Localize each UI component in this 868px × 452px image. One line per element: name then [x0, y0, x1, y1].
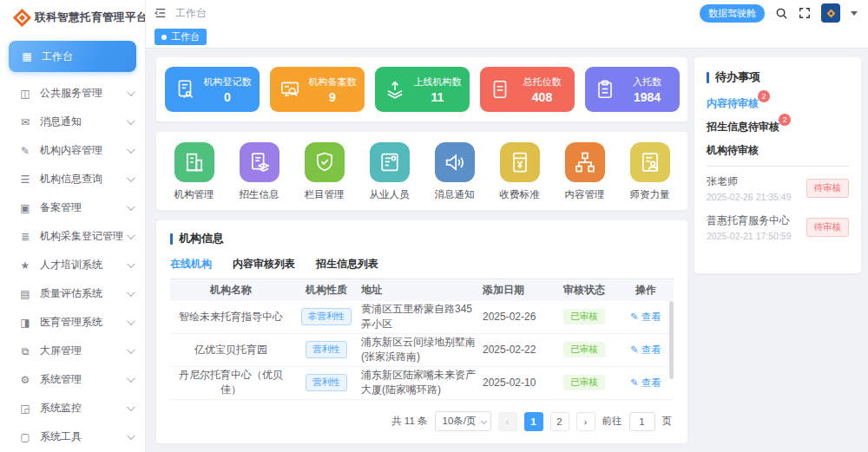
sidebar-item-org-content[interactable]: ✎ 机构内容管理 — [0, 136, 145, 165]
yen-invoice-icon — [508, 150, 532, 174]
org-type-badge: 营利性 — [306, 341, 347, 358]
todo-panel: 待办事项 内容待审核2 招生信息待审核2 机构待审核 张老师 2025-02-2… — [694, 57, 861, 273]
stat-card-total-slots[interactable]: 总托位数408 — [480, 67, 575, 112]
pending-review-button[interactable]: 待审核 — [806, 179, 850, 198]
stat-card-registered[interactable]: 机构登记数0 — [165, 67, 260, 112]
quick-action-practitioners[interactable]: 从业人员 — [359, 142, 420, 201]
chevron-down-icon — [127, 317, 135, 325]
chevron-down-icon — [127, 374, 135, 383]
page-size-select[interactable]: 10条/页 — [435, 411, 491, 431]
chevron-down-icon — [127, 145, 135, 154]
status-badge: 已审核 — [563, 309, 605, 324]
todo-item-time: 2025-02-26 21:35:49 — [707, 192, 792, 202]
main-area: 工作台 数据驾驶舱 工作台 — [146, 0, 868, 452]
document-lines-icon — [489, 78, 511, 101]
sidebar-item-talent-training[interactable]: ★ 人才培训系统 — [0, 251, 145, 279]
tag-workbench[interactable]: 工作台 — [155, 29, 207, 45]
clipboard-icon — [594, 78, 616, 101]
breadcrumb: 工作台 — [175, 6, 207, 21]
quick-action-label: 收费标准 — [500, 188, 540, 201]
tab-org-pending[interactable]: 机构待审核 — [707, 143, 759, 158]
status-badge: 已审核 — [563, 342, 605, 357]
tab-content-review-list[interactable]: 内容审核列表 — [233, 257, 295, 272]
page-2-button[interactable]: 2 — [550, 412, 569, 431]
sidebar-item-filing-mgmt[interactable]: ▣ 备案管理 — [0, 193, 145, 222]
quick-action-enrollment-info[interactable]: 招生信息 — [229, 142, 290, 201]
sidebar-item-bigscreen[interactable]: ⧉ 大屏管理 — [0, 337, 145, 365]
quick-action-faculty[interactable]: 师资力量 — [620, 142, 681, 201]
sidebar-item-org-info-query[interactable]: ☰ 机构信息查询 — [0, 165, 145, 193]
next-page-button[interactable]: › — [576, 412, 595, 431]
org-name: 亿优宝贝托育园 — [170, 343, 292, 357]
tab-content-pending[interactable]: 内容待审核2 — [707, 96, 759, 111]
pending-review-button[interactable]: 待审核 — [806, 218, 850, 237]
quick-action-fee-standard[interactable]: 收费标准 — [490, 142, 550, 201]
sidebar-item-system-tools[interactable]: ▢ 系统工具 — [0, 423, 145, 451]
org-address: 浦东新区陆家嘴未来资产大厦(陆家嘴环路) — [361, 368, 483, 397]
chevron-down-icon — [127, 231, 135, 239]
sidebar-item-label: 医育管理系统 — [40, 315, 127, 330]
quick-action-message-notice[interactable]: 消息通知 — [424, 142, 485, 201]
upload-layers-icon — [384, 78, 406, 101]
avatar[interactable] — [821, 3, 840, 23]
table-row: 经济技术开发区新城幼儿 营利性 浦东新区世茂滨江花园南 已审核 ✎ 查看 — [170, 400, 674, 403]
todo-item-name: 张老师 — [707, 174, 792, 189]
todo-item-name: 普惠托育服务中心 — [707, 213, 792, 228]
chevron-down-icon — [127, 116, 135, 125]
sidebar-item-message-notice[interactable]: ✉ 消息通知 — [0, 108, 145, 136]
envelope-icon: ✉ — [19, 116, 31, 128]
list-check-icon: ≣ — [19, 231, 31, 243]
quick-action-column-mgmt[interactable]: 栏目管理 — [294, 142, 355, 201]
title-bar-icon — [707, 72, 709, 83]
sidebar-item-label: 机构采集登记管理 — [40, 229, 127, 244]
user-menu-caret-icon[interactable] — [851, 11, 858, 16]
search-icon[interactable] — [775, 7, 788, 20]
chevron-down-icon — [127, 431, 135, 440]
tab-online-orgs[interactable]: 在线机构 — [170, 257, 212, 272]
table-body[interactable]: 智绘未来托育指导中心 非营利性 黄浦区五里桥蒙自路345弄小区 2025-02-… — [170, 301, 674, 403]
tab-enrollment-pending[interactable]: 招生信息待审核2 — [707, 120, 779, 134]
status-badge: 已审核 — [563, 375, 605, 390]
panel-icon: ◨ — [19, 317, 31, 329]
dashboard-icon: ▦ — [21, 50, 33, 62]
view-link[interactable]: ✎ 查看 — [630, 344, 661, 355]
monitor-icon: ◫ — [19, 88, 31, 100]
doc-profile-icon — [378, 150, 402, 174]
prev-page-button[interactable]: ‹ — [498, 412, 517, 431]
stat-card-enrolled[interactable]: 入托数1984 — [585, 67, 680, 112]
sidebar-item-quality-eval[interactable]: ▤ 质量评估系统 — [0, 279, 145, 308]
speaker-icon — [443, 150, 467, 174]
card-search-icon — [279, 78, 301, 101]
tab-enrollment-info-list[interactable]: 招生信息列表 — [316, 257, 378, 272]
goto-label: 前往 — [602, 415, 622, 428]
sidebar-item-org-collect-register[interactable]: ≣ 机构采集登记管理 — [0, 222, 145, 251]
goto-page-input[interactable] — [629, 412, 655, 431]
sidebar-item-label: 质量评估系统 — [40, 286, 127, 301]
sidebar-item-public-service[interactable]: ◫ 公共服务管理 — [0, 79, 145, 108]
sidebar-item-medical-care[interactable]: ◨ 医育管理系统 — [0, 308, 145, 337]
goto-suffix: 页 — [662, 415, 673, 428]
data-cockpit-button[interactable]: 数据驾驶舱 — [700, 4, 765, 23]
table-row: 亿优宝贝托育园 营利性 浦东新区云间绿地别墅南(张家浜路南) 2025-02-2… — [170, 334, 674, 367]
table-row: 智绘未来托育指导中心 非营利性 黄浦区五里桥蒙自路345弄小区 2025-02-… — [170, 301, 674, 334]
org-type-badge: 非营利性 — [301, 308, 352, 325]
view-link[interactable]: ✎ 查看 — [630, 377, 661, 388]
stat-card-online[interactable]: 上线机构数11 — [375, 67, 470, 112]
stat-label: 机构登记数 — [204, 75, 252, 88]
sidebar-item-workbench[interactable]: ▦ 工作台 — [9, 41, 136, 72]
stat-value: 408 — [532, 90, 552, 104]
sidebar-item-system-monitor[interactable]: ◲ 系统监控 — [0, 394, 145, 423]
document-icon: ▤ — [19, 288, 31, 300]
collapse-menu-icon[interactable] — [155, 7, 167, 19]
org-info-panel: 机构信息 在线机构 内容审核列表 招生信息列表 机构名称 机构性质 地址 添加日… — [156, 220, 687, 443]
fullscreen-icon[interactable] — [799, 7, 811, 19]
stat-card-filed[interactable]: 机构备案数9 — [270, 67, 365, 112]
quick-action-org-mgmt[interactable]: 机构管理 — [164, 142, 225, 201]
sitemap-icon — [573, 150, 597, 174]
quick-action-content-mgmt[interactable]: 内容管理 — [555, 142, 615, 201]
view-link[interactable]: ✎ 查看 — [630, 311, 661, 322]
table-scrollbar[interactable] — [669, 301, 674, 379]
page-1-button[interactable]: 1 — [524, 412, 543, 431]
sidebar-item-system-mgmt[interactable]: ⚙ 系统管理 — [0, 365, 145, 394]
org-name: 智绘未来托育指导中心 — [170, 310, 292, 324]
